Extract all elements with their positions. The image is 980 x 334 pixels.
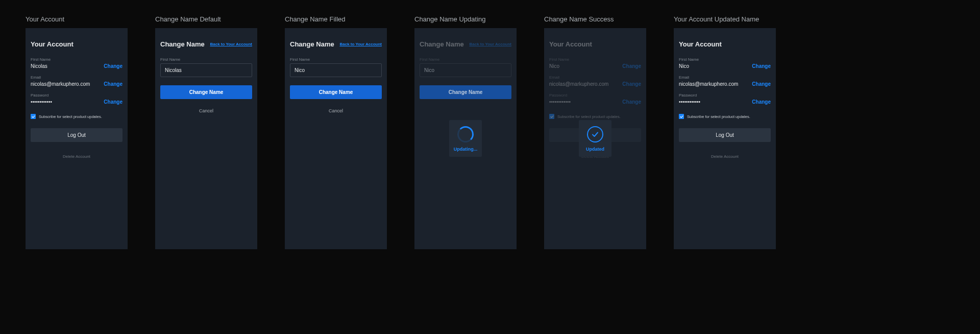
state-title: Change Name Updating <box>414 15 517 23</box>
success-check-icon <box>587 126 603 142</box>
subscribe-checkbox <box>549 114 554 119</box>
subscribe-label: Subscribe for select product updates. <box>687 114 750 119</box>
first-name-label: First Name <box>420 57 511 62</box>
first-name-value: Nico <box>549 63 559 69</box>
check-icon <box>32 115 35 118</box>
updating-overlay: Updating... <box>449 120 482 157</box>
password-label: Password <box>31 93 122 98</box>
back-link[interactable]: Back to Your Account <box>339 42 382 46</box>
page-title: Change Name <box>160 40 205 48</box>
email-value: nicolas@markuphero.com <box>679 81 738 87</box>
password-value: •••••••••••• <box>679 99 700 105</box>
first-name-label: First Name <box>549 57 641 62</box>
first-name-label: First Name <box>679 57 771 62</box>
change-password-link[interactable]: Change <box>752 99 771 105</box>
subscribe-label: Subscribe for select product updates. <box>557 114 621 119</box>
page-title: Your Account <box>679 40 722 48</box>
updated-text: Updated <box>586 147 604 152</box>
page-title: Your Account <box>31 40 74 48</box>
password-label: Password <box>679 93 771 98</box>
change-password-link[interactable]: Change <box>104 99 122 105</box>
first-name-input <box>420 63 511 77</box>
email-label: Email <box>549 75 641 80</box>
email-label: Email <box>31 75 122 80</box>
cancel-link[interactable]: Cancel <box>290 108 382 113</box>
page-title: Change Name <box>420 40 464 48</box>
success-overlay: Updated <box>579 120 611 157</box>
state-title: Change Name Filled <box>285 15 387 23</box>
back-link[interactable]: Back to Your Account <box>210 42 252 46</box>
first-name-value: Nico <box>679 63 689 69</box>
logout-button[interactable]: Log Out <box>31 128 122 142</box>
first-name-input[interactable] <box>290 63 382 77</box>
password-value: •••••••••••• <box>549 99 571 105</box>
state-title: Your Account <box>26 15 128 23</box>
email-value: nicolas@markuphero.com <box>31 81 90 87</box>
password-value: •••••••••••• <box>31 99 52 105</box>
change-name-link: Change <box>622 63 641 69</box>
check-icon <box>680 115 683 118</box>
change-name-button[interactable]: Change Name <box>160 85 252 99</box>
account-card: Your Account First Name Nicolas Change E… <box>26 28 128 249</box>
change-password-link: Change <box>622 99 641 105</box>
page-title: Your Account <box>549 40 592 48</box>
page-title: Change Name <box>290 40 334 48</box>
change-name-link[interactable]: Change <box>752 63 771 69</box>
account-card: Your Account First Name Nico Change Emai… <box>674 28 776 249</box>
state-title: Change Name Default <box>155 15 257 23</box>
change-name-button[interactable]: Change Name <box>290 85 382 99</box>
logout-button[interactable]: Log Out <box>679 128 771 142</box>
first-name-label: First Name <box>160 57 252 62</box>
account-card-success: Your Account First Name Nico Change Emai… <box>544 28 646 249</box>
updating-text: Updating... <box>454 147 478 152</box>
subscribe-checkbox[interactable] <box>31 114 36 119</box>
first-name-label: First Name <box>31 57 122 62</box>
state-title: Your Account Updated Name <box>674 15 776 23</box>
check-icon <box>550 115 554 118</box>
spinner-icon <box>457 126 474 142</box>
first-name-input[interactable] <box>160 63 252 77</box>
cancel-link[interactable]: Cancel <box>160 108 252 113</box>
change-name-card-updating: Change Name Back to Your Account First N… <box>414 28 517 249</box>
change-email-link[interactable]: Change <box>104 81 122 87</box>
email-value: nicolas@markuphero.com <box>549 81 608 87</box>
first-name-value: Nicolas <box>31 63 47 69</box>
subscribe-label: Subscribe for select product updates. <box>39 114 102 119</box>
back-link: Back to Your Account <box>469 42 511 46</box>
change-name-button: Change Name <box>420 85 511 99</box>
change-name-card: Change Name Back to Your Account First N… <box>285 28 387 249</box>
email-label: Email <box>679 75 771 80</box>
subscribe-checkbox[interactable] <box>679 114 684 119</box>
first-name-label: First Name <box>290 57 382 62</box>
change-name-card: Change Name Back to Your Account First N… <box>155 28 257 249</box>
delete-account-link[interactable]: Delete Account <box>679 154 771 159</box>
state-title: Change Name Success <box>544 15 646 23</box>
delete-account-link[interactable]: Delete Account <box>31 154 122 159</box>
change-name-link[interactable]: Change <box>104 63 122 69</box>
change-email-link: Change <box>622 81 641 87</box>
password-label: Password <box>549 93 641 98</box>
change-email-link[interactable]: Change <box>752 81 771 87</box>
